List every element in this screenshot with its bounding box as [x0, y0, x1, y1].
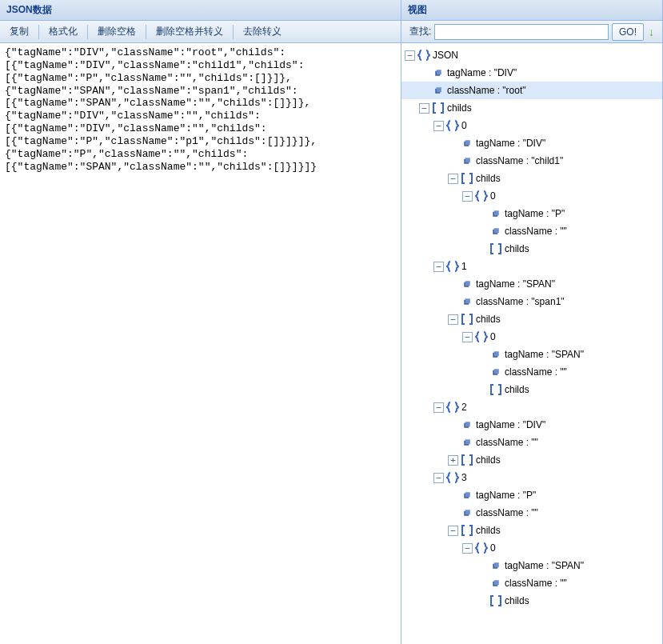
cube-icon [460, 418, 474, 431]
node-classname[interactable]: className : "" [401, 222, 662, 240]
cube-icon [489, 366, 503, 378]
cube-icon [431, 84, 445, 97]
cube-icon [460, 137, 474, 150]
node-label: childs [476, 525, 501, 536]
collapse-icon[interactable]: − [433, 262, 444, 272]
collapse-icon[interactable]: − [462, 543, 473, 554]
node-childs[interactable]: childs [401, 381, 662, 398]
node-label: className : "" [476, 437, 538, 448]
node-index[interactable]: −3 [401, 469, 662, 486]
cube-icon [460, 436, 474, 449]
node-index[interactable]: −0 [401, 187, 662, 205]
node-label: 3 [461, 472, 467, 483]
next-match-icon[interactable]: ↓ [649, 26, 654, 38]
collapse-icon[interactable]: − [433, 402, 444, 413]
node-root[interactable]: −JSON [401, 46, 662, 64]
cube-icon [460, 506, 474, 519]
node-index[interactable]: −0 [401, 328, 662, 346]
brackets-icon [460, 454, 474, 466]
search-input[interactable] [434, 24, 609, 40]
brackets-icon [460, 524, 474, 537]
node-classname[interactable]: className : "" [401, 434, 662, 451]
cube-icon [431, 66, 445, 79]
node-label: 0 [490, 331, 496, 342]
node-index[interactable]: −2 [401, 398, 662, 416]
collapse-icon[interactable]: − [462, 191, 473, 202]
node-classname[interactable]: className : "root" [401, 82, 662, 99]
json-toolbar: 复制 格式化 删除空格 删除空格并转义 去除转义 [0, 21, 401, 43]
node-tagname[interactable]: tagName : "P" [401, 486, 662, 504]
collapse-icon[interactable]: − [448, 314, 458, 325]
node-tagname[interactable]: tagName : "SPAN" [401, 275, 662, 293]
node-label: tagName : "P" [505, 208, 565, 219]
node-label: tagName : "SPAN" [505, 349, 584, 360]
node-tagname[interactable]: tagName : "DIV" [401, 416, 662, 434]
node-childs[interactable]: −childs [401, 170, 662, 187]
toolbar-separator [146, 25, 146, 39]
node-index[interactable]: −0 [401, 117, 662, 134]
node-label: className : "root" [447, 85, 526, 96]
node-classname[interactable]: className : "" [401, 363, 662, 381]
trim-and-escape-button[interactable]: 删除空格并转义 [150, 22, 230, 41]
braces-icon [474, 190, 489, 202]
cube-icon [460, 295, 474, 308]
node-tagname[interactable]: tagName : "DIV" [401, 134, 662, 152]
node-index[interactable]: −1 [401, 258, 662, 275]
node-label: tagName : "P" [476, 490, 536, 501]
braces-icon [417, 49, 431, 62]
node-tagname[interactable]: tagName : "SPAN" [401, 346, 662, 363]
collapse-icon[interactable]: − [433, 473, 444, 483]
trim-spaces-button[interactable]: 删除空格 [91, 22, 142, 41]
node-childs[interactable]: −childs [401, 310, 662, 328]
node-tagname[interactable]: tagName : "P" [401, 205, 662, 222]
node-classname[interactable]: className : "span1" [401, 293, 662, 310]
search-go-button[interactable]: GO! [612, 23, 644, 41]
expand-icon[interactable]: + [448, 455, 458, 466]
unescape-button[interactable]: 去除转义 [237, 22, 288, 41]
search-toolbar: 查找: GO! ↓ [401, 21, 662, 43]
node-childs[interactable]: −childs [401, 99, 662, 117]
toolbar-separator [87, 25, 88, 39]
braces-icon [445, 119, 460, 132]
collapse-icon[interactable]: − [405, 50, 415, 61]
node-classname[interactable]: className : "" [401, 574, 662, 592]
brackets-icon [460, 172, 474, 185]
node-label: className : "" [505, 366, 567, 378]
node-tagname[interactable]: tagName : "DIV" [401, 64, 662, 82]
json-text-area[interactable]: {"tagName":"DIV","className":"root","chi… [0, 43, 401, 644]
node-label: 0 [461, 120, 467, 131]
collapse-icon[interactable]: − [448, 526, 458, 536]
node-childs[interactable]: −childs [401, 522, 662, 539]
node-label: tagName : "DIV" [476, 419, 545, 430]
node-label: tagName : "SPAN" [476, 278, 555, 290]
collapse-icon[interactable]: − [462, 332, 473, 342]
node-label: childs [505, 595, 529, 606]
node-childs[interactable]: childs [401, 240, 662, 258]
cube-icon [489, 207, 503, 220]
json-data-title: JSON数据 [6, 3, 52, 17]
format-button[interactable]: 格式化 [42, 22, 84, 41]
json-tree[interactable]: −JSONtagName : "DIV"className : "root"−c… [401, 43, 662, 644]
collapse-icon[interactable]: − [448, 174, 458, 184]
cube-icon [489, 225, 503, 238]
node-childs[interactable]: +childs [401, 451, 662, 469]
node-label: tagName : "SPAN" [505, 560, 584, 571]
node-classname[interactable]: className : "child1" [401, 152, 662, 170]
tree-view-panel: 视图 查找: GO! ↓ −JSONtagName : "DIV"classNa… [401, 0, 663, 644]
cube-icon [460, 154, 474, 167]
copy-button[interactable]: 复制 [3, 22, 35, 41]
node-childs[interactable]: childs [401, 592, 662, 610]
collapse-icon[interactable]: − [433, 121, 444, 131]
tree-view-title: 视图 [408, 3, 427, 17]
node-label: childs [505, 243, 529, 254]
node-tagname[interactable]: tagName : "SPAN" [401, 557, 662, 574]
node-label: className : "" [505, 226, 567, 237]
cube-icon [489, 559, 503, 572]
cube-icon [489, 577, 503, 590]
node-label: childs [505, 384, 529, 395]
collapse-icon[interactable]: − [419, 103, 429, 114]
node-classname[interactable]: className : "" [401, 504, 662, 522]
search-label: 查找: [405, 25, 434, 38]
node-index[interactable]: −0 [401, 539, 662, 557]
node-label: childs [476, 173, 501, 184]
